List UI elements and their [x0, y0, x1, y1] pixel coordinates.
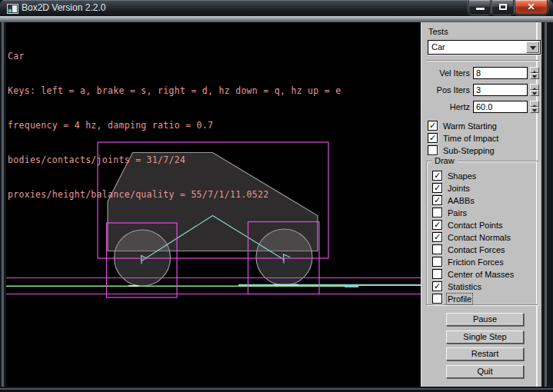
test-title: Car	[8, 51, 341, 62]
spinner-down-icon[interactable]	[530, 90, 539, 96]
checkbox-box	[432, 244, 442, 254]
window-resize-border-bottom[interactable]	[0, 387, 553, 392]
frequency-info: frequency = 4 hz, damping ratio = 0.7	[8, 120, 341, 131]
pos-iters-input[interactable]	[473, 84, 528, 96]
restart-button[interactable]: Restart	[446, 347, 524, 360]
checkbox-box	[432, 257, 442, 267]
vel-iters-label: Vel Iters	[421, 68, 470, 78]
chevron-down-icon	[530, 46, 536, 53]
stats-bodies: bodies/contacts/joints = 31/7/24	[8, 154, 341, 166]
maximize-icon	[499, 4, 507, 10]
hertz-label: Hertz	[421, 102, 470, 111]
checkbox-box: ✓	[432, 171, 442, 181]
hertz-spinner[interactable]	[530, 101, 539, 113]
checkbox-box	[432, 294, 442, 304]
app-window: Box2D Version 2.2.0 ✕	[0, 0, 553, 392]
close-icon: ✕	[515, 2, 547, 12]
spinner-up-icon[interactable]	[530, 84, 539, 90]
pos-iters-label: Pos Iters	[421, 85, 470, 95]
checkbox-box: ✓	[432, 281, 442, 291]
checkbox-box: ✓	[432, 195, 442, 205]
window-resize-border-right[interactable]	[541, 22, 553, 387]
keys-help: Keys: left = a, brake = s, right = d, hz…	[8, 85, 341, 97]
spinner-up-icon[interactable]	[530, 67, 539, 73]
tests-dropdown[interactable]: Car	[428, 40, 541, 55]
window-resize-border-left[interactable]	[0, 22, 6, 387]
spinner-down-icon[interactable]	[530, 107, 539, 113]
separator	[427, 60, 539, 61]
checkbox-box: ✓	[432, 220, 442, 230]
checkbox-box	[432, 269, 442, 279]
front-wheel[interactable]	[256, 229, 312, 285]
spinner-up-icon[interactable]	[530, 101, 539, 107]
window-title: Box2D Version 2.2.0	[22, 0, 105, 16]
stats-proxies: proxies/height/balance/quality = 55/7/1/…	[8, 189, 341, 201]
hud-overlay: Car Keys: left = a, brake = s, right = d…	[8, 28, 341, 224]
draw-group-title: Draw	[431, 156, 458, 165]
simulation-canvas[interactable]: Car Keys: left = a, brake = s, right = d…	[6, 22, 421, 387]
maximize-button[interactable]	[491, 0, 514, 15]
tests-label: Tests	[428, 27, 448, 36]
single-step-button[interactable]: Single Step	[446, 331, 524, 344]
checkbox-box	[428, 145, 438, 155]
spinner-down-icon[interactable]	[530, 73, 539, 79]
vel-iters-input[interactable]	[473, 67, 528, 79]
checkbox-box	[432, 208, 442, 218]
minimize-button[interactable]	[468, 0, 491, 15]
quit-button[interactable]: Quit	[446, 365, 524, 378]
titlebar-sheen	[0, 16, 553, 22]
tests-dropdown-button[interactable]	[526, 42, 539, 53]
vel-iters-spinner[interactable]	[530, 67, 539, 79]
checkbox-box: ✓	[428, 121, 438, 131]
minimize-icon	[476, 8, 485, 10]
pos-iters-spinner[interactable]	[530, 84, 539, 96]
checkbox-box: ✓	[432, 232, 442, 242]
checkbox-box: ✓	[428, 133, 438, 143]
hertz-input[interactable]	[473, 101, 528, 113]
caption-buttons: ✕	[468, 0, 548, 15]
pause-button[interactable]: Pause	[446, 313, 524, 326]
tests-dropdown-value: Car	[431, 42, 445, 51]
control-panel: Tests Car Vel Iters Pos Iters Hertz ✓ Wa…	[421, 22, 541, 387]
close-button[interactable]: ✕	[515, 0, 548, 15]
checkbox-box: ✓	[432, 183, 442, 193]
window-icon	[7, 4, 18, 14]
